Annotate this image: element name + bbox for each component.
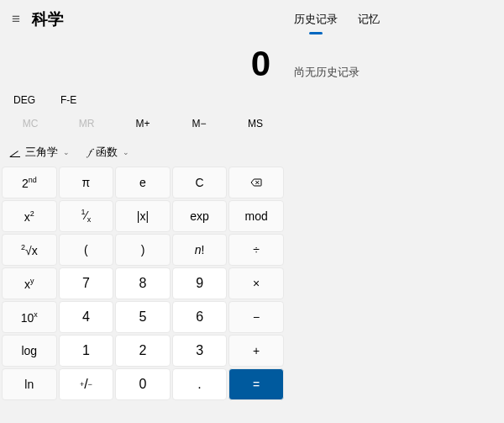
divide-button[interactable]: ÷ (228, 234, 284, 266)
chevron-down-icon: ⌄ (123, 148, 129, 156)
trig-dropdown[interactable]: 三角学 ⌄ (10, 145, 70, 160)
digit-5-button[interactable]: 5 (115, 301, 171, 333)
memory-row: MC MR M+ M− MS (0, 109, 286, 138)
reciprocal-button[interactable]: 1⁄x (59, 200, 114, 232)
mode-row: DEG F-E (0, 89, 286, 109)
factorial-button[interactable]: n! (172, 234, 228, 266)
open-paren-button[interactable]: ( (59, 234, 114, 266)
tab-memory[interactable]: 记忆 (358, 12, 380, 43)
function-icon: 𝑓 (88, 146, 91, 158)
title: 科学 (32, 8, 64, 30)
function-row: 三角学 ⌄ 𝑓 函数 ⌄ (0, 138, 286, 167)
memory-store[interactable]: MS (234, 118, 277, 130)
function-label: 函数 (96, 145, 118, 160)
deg-toggle[interactable]: DEG (13, 94, 35, 106)
display: 0 (0, 35, 286, 89)
digit-2-button[interactable]: 2 (115, 335, 171, 367)
digit-8-button[interactable]: 8 (115, 267, 171, 299)
close-paren-button[interactable]: ) (115, 234, 171, 266)
add-button[interactable]: + (228, 335, 284, 367)
digit-0-button[interactable]: 0 (115, 368, 171, 400)
digit-7-button[interactable]: 7 (59, 267, 114, 299)
sqrt-button[interactable]: 2√x (2, 234, 57, 266)
chevron-down-icon: ⌄ (63, 148, 70, 156)
ten-power-button[interactable]: 10x (2, 301, 57, 333)
log-button[interactable]: log (2, 335, 57, 367)
memory-recall: MR (65, 118, 108, 130)
square-button[interactable]: x2 (2, 200, 57, 232)
memory-clear: MC (8, 118, 52, 130)
equals-button[interactable]: = (228, 368, 284, 400)
backspace-icon (249, 176, 263, 189)
backspace-button[interactable] (228, 167, 284, 198)
trig-label: 三角学 (25, 145, 58, 160)
pi-button[interactable]: π (59, 167, 114, 198)
second-button[interactable]: 2nd (2, 167, 57, 198)
decimal-button[interactable]: . (172, 368, 228, 400)
tabs: 历史记录 记忆 (286, 0, 504, 43)
mod-button[interactable]: mod (228, 200, 284, 232)
tab-history[interactable]: 历史记录 (294, 12, 338, 43)
calculator-panel: ≡ 科学 0 DEG F-E MC MR M+ M− MS 三角学 ⌄ 𝑓 函数… (0, 0, 286, 423)
abs-button[interactable]: |x| (115, 200, 171, 232)
angle-icon (10, 147, 20, 157)
multiply-button[interactable]: × (228, 267, 284, 299)
empty-history-text: 尚无历史记录 (286, 43, 504, 102)
fe-toggle[interactable]: F-E (60, 94, 76, 106)
digit-3-button[interactable]: 3 (172, 335, 228, 367)
clear-button[interactable]: C (172, 167, 228, 198)
ln-button[interactable]: ln (2, 368, 57, 400)
button-grid: 2nd π e C x2 1⁄x |x| exp mod 2√x ( ) n! … (0, 167, 286, 423)
digit-9-button[interactable]: 9 (172, 267, 228, 299)
memory-plus[interactable]: M+ (121, 118, 165, 130)
digit-1-button[interactable]: 1 (59, 335, 114, 367)
e-button[interactable]: e (115, 167, 171, 198)
exp-button[interactable]: exp (172, 200, 228, 232)
side-panel: 历史记录 记忆 尚无历史记录 (286, 0, 504, 423)
subtract-button[interactable]: − (228, 301, 284, 333)
digit-6-button[interactable]: 6 (172, 301, 228, 333)
negate-button[interactable]: +/− (59, 368, 114, 400)
function-dropdown[interactable]: 𝑓 函数 ⌄ (88, 145, 129, 160)
header: ≡ 科学 (0, 0, 286, 35)
menu-icon[interactable]: ≡ (12, 11, 20, 28)
memory-minus[interactable]: M− (177, 118, 221, 130)
power-button[interactable]: xy (2, 267, 57, 299)
digit-4-button[interactable]: 4 (59, 301, 114, 333)
